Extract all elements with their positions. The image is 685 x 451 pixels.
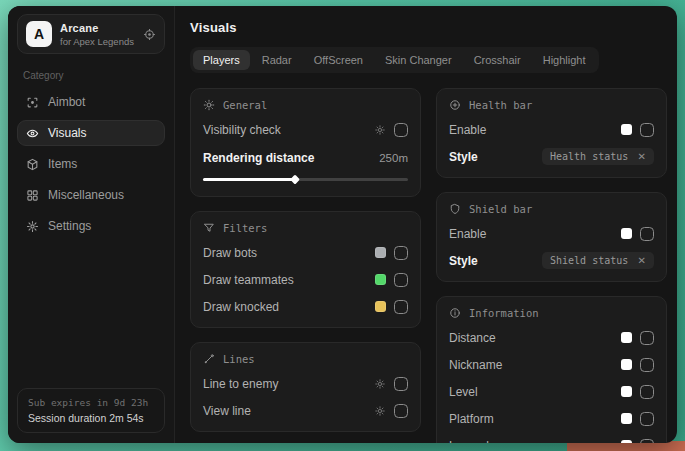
checkbox[interactable] — [394, 273, 408, 287]
color-swatch[interactable] — [621, 440, 632, 443]
setting-row-style: StyleHealth status✕ — [449, 148, 654, 165]
card-title: Filters — [223, 222, 267, 234]
color-swatch[interactable] — [375, 301, 386, 312]
main-panel: Visuals PlayersRadarOffScreenSkin Change… — [175, 6, 677, 443]
setting-controls — [621, 331, 654, 345]
checkbox[interactable] — [640, 331, 654, 345]
aimbot-icon — [26, 96, 39, 109]
color-swatch[interactable] — [621, 359, 632, 370]
close-icon[interactable]: ✕ — [638, 256, 646, 266]
checkbox[interactable] — [394, 377, 408, 391]
tab-radar[interactable]: Radar — [252, 50, 302, 70]
subscription-card: Sub expires in 9d 23h Session duration 2… — [17, 388, 165, 433]
color-swatch[interactable] — [621, 228, 632, 239]
column-left: GeneralVisibility checkRendering distanc… — [190, 88, 421, 443]
checkbox[interactable] — [394, 404, 408, 418]
card-general: GeneralVisibility checkRendering distanc… — [190, 88, 421, 197]
setting-row-style: StyleShield status✕ — [449, 252, 654, 269]
setting-controls — [374, 123, 408, 137]
tab-skin-changer[interactable]: Skin Changer — [375, 50, 462, 70]
page-title: Visuals — [190, 20, 667, 35]
checkbox[interactable] — [394, 246, 408, 260]
color-swatch[interactable] — [621, 386, 632, 397]
sidebar-item-label: Visuals — [48, 126, 86, 140]
sidebar-item-settings[interactable]: Settings — [17, 213, 165, 239]
style-select-value: Shield status — [550, 255, 628, 266]
setting-label: Legend name — [449, 439, 522, 444]
slider-setting: Rendering distance250m — [203, 149, 408, 184]
app-window: A Arcane for Apex Legends Category Aimbo… — [8, 6, 677, 443]
setting-row-nickname: Nickname — [449, 356, 654, 373]
tab-offscreen[interactable]: OffScreen — [304, 50, 373, 70]
gear-icon[interactable] — [374, 124, 386, 136]
sidebar-nav: AimbotVisualsItemsMiscellaneousSettings — [17, 89, 165, 239]
tab-highlight[interactable]: Highlight — [533, 50, 596, 70]
gear-icon[interactable] — [374, 378, 386, 390]
setting-row-legend-name: Legend name — [449, 437, 654, 443]
checkbox[interactable] — [640, 358, 654, 372]
color-swatch[interactable] — [621, 124, 632, 135]
card-header-health-bar: Health bar — [449, 99, 654, 111]
setting-controls — [621, 227, 654, 241]
checkbox[interactable] — [640, 385, 654, 399]
slider-thumb[interactable] — [290, 175, 300, 185]
setting-row-distance: Distance — [449, 329, 654, 346]
setting-label: Draw knocked — [203, 300, 279, 314]
checkbox[interactable] — [640, 227, 654, 241]
style-select[interactable]: Shield status✕ — [542, 252, 654, 269]
brand-text: Arcane for Apex Legends — [60, 22, 135, 47]
setting-label: Visibility check — [203, 123, 281, 137]
health-icon — [449, 99, 461, 111]
color-swatch[interactable] — [621, 413, 632, 424]
tab-crosshair[interactable]: Crosshair — [464, 50, 531, 70]
setting-label: Platform — [449, 412, 494, 426]
setting-row-draw-teammates: Draw teammates — [203, 271, 408, 288]
color-swatch[interactable] — [621, 332, 632, 343]
checkbox[interactable] — [640, 123, 654, 137]
card-header-filters: Filters — [203, 222, 408, 234]
setting-controls — [621, 358, 654, 372]
setting-label: Style — [449, 254, 478, 268]
sidebar-item-miscellaneous[interactable]: Miscellaneous — [17, 182, 165, 208]
sidebar-item-items[interactable]: Items — [17, 151, 165, 177]
card-title: General — [223, 99, 267, 111]
misc-icon — [26, 189, 39, 202]
app-logo: A — [26, 21, 52, 47]
filter-icon — [203, 222, 215, 234]
setting-row-draw-bots: Draw bots — [203, 244, 408, 261]
setting-controls — [374, 404, 408, 418]
sun-icon — [203, 99, 215, 111]
slider[interactable] — [203, 175, 408, 184]
checkbox[interactable] — [640, 439, 654, 444]
setting-controls — [621, 123, 654, 137]
setting-label: Nickname — [449, 358, 502, 372]
card-shield-bar: Shield barEnableStyleShield status✕ — [436, 192, 667, 282]
setting-row-level: Level — [449, 383, 654, 400]
setting-row-visibility-check: Visibility check — [203, 121, 408, 138]
style-select-value: Health status — [550, 151, 628, 162]
setting-label: Draw teammates — [203, 273, 294, 287]
category-label: Category — [23, 70, 159, 81]
close-icon[interactable]: ✕ — [638, 152, 646, 162]
setting-controls — [621, 412, 654, 426]
sidebar-item-aimbot[interactable]: Aimbot — [17, 89, 165, 115]
style-select[interactable]: Health status✕ — [542, 148, 654, 165]
checkbox[interactable] — [394, 300, 408, 314]
card-health-bar: Health barEnableStyleHealth status✕ — [436, 88, 667, 178]
card-title: Health bar — [469, 99, 532, 111]
color-swatch[interactable] — [375, 247, 386, 258]
gear-icon[interactable] — [374, 405, 386, 417]
setting-row-draw-knocked: Draw knocked — [203, 298, 408, 315]
setting-label: Style — [449, 150, 478, 164]
target-icon[interactable] — [143, 28, 156, 41]
shield-icon — [449, 203, 461, 215]
color-swatch[interactable] — [375, 274, 386, 285]
tab-players[interactable]: Players — [193, 50, 250, 70]
setting-label: Level — [449, 385, 478, 399]
brand-card: A Arcane for Apex Legends — [17, 14, 165, 54]
setting-controls — [375, 300, 408, 314]
settings-content: GeneralVisibility checkRendering distanc… — [190, 88, 667, 443]
checkbox[interactable] — [394, 123, 408, 137]
sidebar-item-visuals[interactable]: Visuals — [17, 120, 165, 146]
checkbox[interactable] — [640, 412, 654, 426]
